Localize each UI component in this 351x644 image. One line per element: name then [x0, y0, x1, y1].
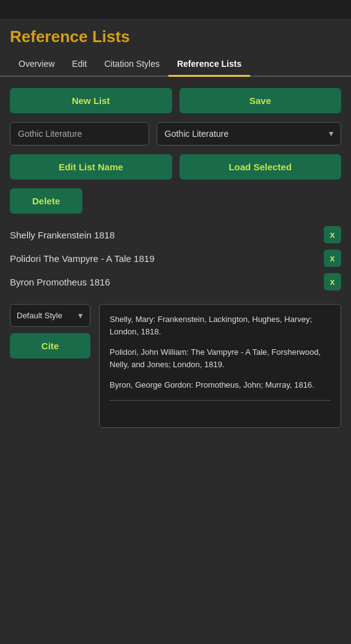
citation-entry-3: Byron, George Gordon: Promotheus, John; … [110, 379, 331, 391]
style-select-wrapper: Default Style APA MLA Chicago ▼ [10, 304, 90, 327]
delete-button[interactable]: Delete [10, 188, 82, 214]
new-save-row: New List Save [10, 88, 341, 113]
citation-entry-2: Polidori, John William: The Vampyre - A … [110, 346, 331, 370]
remove-item-1-button[interactable]: x [324, 226, 341, 243]
citation-box: Shelly, Mary: Frankenstein, Lackington, … [99, 304, 341, 428]
nav-citation-styles[interactable]: Citation Styles [95, 53, 168, 77]
list-item: Polidori The Vampyre - A Tale 1819 x [10, 250, 341, 267]
remove-item-2-button[interactable]: x [324, 250, 341, 267]
top-bar [0, 0, 351, 19]
edit-load-row: Edit List Name Load Selected [10, 154, 341, 180]
nav-overview[interactable]: Overview [10, 53, 63, 77]
page-title-area: Reference Lists [0, 19, 351, 53]
new-list-button[interactable]: New List [10, 88, 172, 113]
delete-row: Delete [10, 188, 341, 214]
page-title: Reference Lists [10, 27, 341, 53]
citation-controls: Default Style APA MLA Chicago ▼ Cite [10, 304, 90, 359]
list-item: Shelly Frankenstein 1818 x [10, 226, 341, 243]
list-select-wrapper: Gothic Literature ▼ [157, 122, 341, 146]
list-name-input[interactable] [10, 122, 149, 146]
nav-edit[interactable]: Edit [63, 53, 95, 77]
reference-list-items: Shelly Frankenstein 1818 x Polidori The … [10, 226, 341, 290]
nav-reference-lists[interactable]: Reference Lists [168, 53, 250, 77]
nav-bar: Overview Edit Citation Styles Reference … [0, 53, 351, 77]
cite-button[interactable]: Cite [10, 333, 90, 359]
content-area: New List Save Gothic Literature ▼ Edit L… [0, 77, 351, 439]
citation-entry-1: Shelly, Mary: Frankenstein, Lackington, … [110, 313, 331, 337]
save-button[interactable]: Save [180, 88, 342, 113]
style-select[interactable]: Default Style APA MLA Chicago [10, 304, 90, 327]
list-item-text: Byron Promotheus 1816 [10, 277, 318, 287]
list-item-text: Polidori The Vampyre - A Tale 1819 [10, 253, 318, 264]
citation-divider [110, 400, 331, 401]
load-selected-button[interactable]: Load Selected [180, 154, 342, 180]
list-select[interactable]: Gothic Literature [157, 122, 341, 146]
citation-section: Default Style APA MLA Chicago ▼ Cite She… [10, 304, 341, 428]
remove-item-3-button[interactable]: x [324, 273, 341, 290]
list-item: Byron Promotheus 1816 x [10, 273, 341, 290]
edit-list-name-button[interactable]: Edit List Name [10, 154, 172, 180]
list-item-text: Shelly Frankenstein 1818 [10, 230, 318, 240]
list-name-input-row: Gothic Literature ▼ [10, 122, 341, 146]
